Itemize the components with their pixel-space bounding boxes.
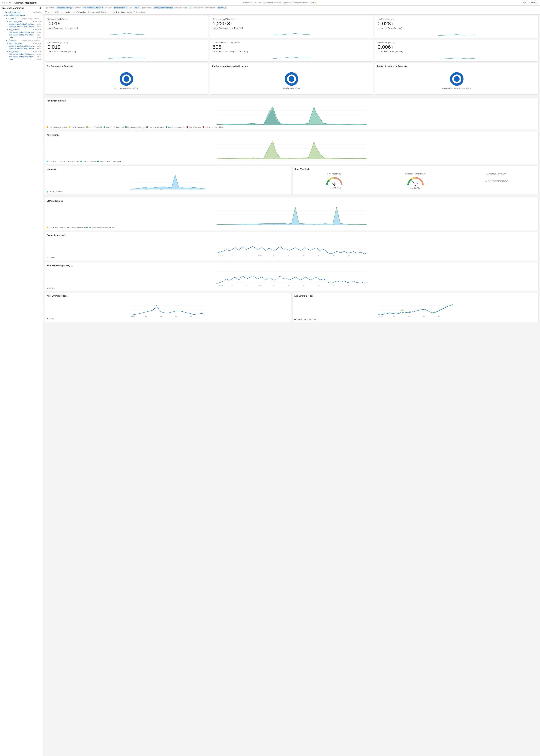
svg-text:01: 01	[273, 124, 275, 125]
sidebar-xhr-2[interactable]: ▼ xhr_requests action_type	[0, 50, 43, 53]
svg-text:00:00: 00:00	[258, 285, 262, 286]
filter-service[interactable]: the-coffee-bar-frontend	[82, 6, 104, 9]
edit-button[interactable]: edit	[522, 1, 528, 4]
lcp-gauge: 0.76	[406, 176, 425, 187]
svg-text:04: 04	[318, 124, 320, 125]
svg-text:03: 03	[303, 285, 305, 286]
cls-value: Not measured	[485, 176, 508, 186]
cls-title: Cumulative Layout Shift	[487, 173, 507, 175]
svg-text:01: 01	[273, 285, 275, 286]
filter-icon[interactable]: ⚙	[39, 7, 42, 9]
xhr-errors-chart-card: XHR Errors [per sec] ⚠ 21 PM 23 01 03 05	[45, 293, 291, 322]
xhr-timings-card: XHR Timings 21 PM 22 23 00:00 01 02	[45, 132, 538, 164]
sidebar-frontend-label: the-coffee-bar-frontend	[6, 14, 42, 16]
ui-timings-title: UI Paint Timings	[47, 200, 536, 202]
sidebar-action-10[interactable]: other action	[0, 58, 43, 61]
sidebar-action-2[interactable]: loading of http://the-coffee-bar-fronten…	[0, 26, 43, 28]
ui-timings-card: UI Paint Timings 21 PM 22 23 00:00	[45, 198, 538, 230]
svg-text:00:00: 00:00	[258, 254, 262, 256]
sidebar-app[interactable]: ▼ the-coffee-bar-app application	[0, 11, 43, 14]
requests-legend-label: Current	[49, 257, 55, 259]
lcp-container: Largest Contentful Paint 0.76 Latest L	[375, 173, 455, 189]
filter-browser[interactable]: mobile safari 15	[113, 6, 129, 9]
sidebar-frontend[interactable]: ▼ the-coffee-bar-frontend	[0, 14, 43, 17]
lcp-title: Largest Contentful Paint	[405, 173, 425, 175]
svg-text:05: 05	[438, 315, 440, 317]
svg-text:04: 04	[318, 158, 320, 160]
log-errors-title-row: Log Errors [per sec]	[294, 295, 536, 298]
sidebar-action-7[interactable]: loading of http://the-coffee-bar-fronten…	[0, 48, 43, 50]
header-actions[interactable]: edit share	[522, 1, 538, 4]
svg-text:03: 03	[303, 254, 305, 256]
sidebar-header: Real User Monitoring ⚙	[0, 6, 43, 11]
fid-label: Latest FID [ms]	[328, 187, 341, 189]
cwv-title: Core Web Vitals	[294, 168, 536, 170]
xhr-requests-title-row: XHR Requests [per sec] ⚠	[47, 264, 536, 268]
svg-text:01: 01	[273, 158, 275, 160]
filter-application[interactable]: the-coffee-bar-app	[56, 6, 74, 9]
expand-icon: ▼	[2, 11, 4, 13]
svg-text:02: 02	[288, 285, 290, 286]
log-errors-chart-title: Log Errors [per sec]	[294, 295, 314, 297]
filter-os[interactable]: ios 15	[133, 6, 141, 9]
svg-point-3	[289, 76, 294, 82]
filter-deployment[interactable]: uc-west-2	[216, 6, 227, 9]
svg-text:05: 05	[333, 224, 335, 226]
browsers-label: ~413 (100.0%) Mobile Safari 15	[115, 87, 138, 89]
sidebar-xhr-1[interactable]: ▼ xhr_requests action_type	[0, 28, 43, 31]
main-content: application: the-coffee-bar-app service:…	[43, 6, 540, 756]
up-arrow-1: ↑	[231, 22, 233, 26]
sidebar-westf-header[interactable]: ▼ uc-west-f deployment_environment	[0, 39, 43, 42]
sidebar-doc-loads-1[interactable]: ▼ document_loads action_type	[0, 20, 43, 23]
filter-geo[interactable]: united states/california	[153, 6, 174, 9]
sidebar-west2-header[interactable]: ▼ uc-west-2 deployment_environment	[0, 17, 43, 20]
svg-text:23: 23	[245, 285, 246, 286]
svg-text:03: 03	[303, 224, 305, 226]
sidebar-action-4[interactable]: click on 'pay' on http://the-coffee-bar-…	[0, 34, 43, 36]
top-os-card: Top Operating Systems by Requests ~413 (…	[210, 63, 373, 94]
svg-text:22: 22	[231, 158, 233, 160]
log-unsmoothed-dot	[305, 319, 306, 320]
svg-text:01: 01	[408, 315, 410, 317]
svg-text:04: 04	[318, 224, 320, 226]
svg-text:05: 05	[333, 124, 335, 125]
sidebar-action-5[interactable]: other action	[0, 36, 43, 39]
svg-point-1	[124, 76, 129, 82]
xhr-req-sparkline	[48, 54, 205, 60]
doc-loads-value: 0.019	[48, 21, 205, 27]
sidebar-action-3[interactable]: click on 'pay' on http://af3ba2f2%2e4a94…	[0, 31, 43, 34]
xhr-errors-label: Latest XHR Errors [per sec]	[378, 51, 536, 53]
metric-xhr-proc: Time To XHR Processing End [ms] 506 ↑ La…	[210, 40, 373, 62]
log-errors-chart: 21 PM 23 01 03 05	[294, 298, 536, 317]
os-donut: ~413 (100.0%) iOS 15	[212, 69, 371, 92]
metric-log-errors: Log Errors [per sec] 0.028 ↑ Latest Log …	[375, 16, 538, 38]
requests-title: Requests [per sec]	[47, 234, 65, 236]
xhr-requests-chart-title: XHR Requests [per sec]	[47, 264, 70, 266]
sidebar-action-6[interactable]: loading of http://2aef0b63627375c0ca2a7c…	[0, 45, 43, 48]
log-errors-title: Log Errors [per sec]	[378, 18, 536, 20]
filter-compare[interactable]: 74	[189, 6, 193, 9]
svg-text:04: 04	[318, 254, 320, 256]
svg-text:22: 22	[231, 224, 233, 226]
sidebar-action-9[interactable]: click on 'pay' on http://the-coffee-bar-…	[0, 56, 43, 58]
fid-container: First Input Delay	[294, 173, 374, 189]
xhr-req-chart: 21 PM 22 23 00:00 01 02 03 04 05 06	[47, 268, 536, 286]
geo-title: Top Geolocations by Requests	[377, 65, 536, 67]
svg-text:02: 02	[288, 158, 290, 160]
sidebar-doc-loads-2[interactable]: ▼ document_loads action_type	[0, 42, 43, 45]
log-errors-legend: Current Unsmoothed	[294, 318, 536, 320]
svg-text:02: 02	[145, 189, 147, 190]
svg-text:00:00: 00:00	[258, 224, 262, 226]
svg-text:23: 23	[245, 224, 246, 226]
sidebar-action-8[interactable]: click on 'pay' on http://2aef0b63f&2137f…	[0, 53, 43, 56]
xhr-errors-sparkline	[378, 54, 536, 60]
xhr-req-legend: Current	[47, 287, 536, 289]
top-charts-row: Top Browsers by Requests ~413 (100.0%) M…	[45, 63, 538, 96]
metric-row-2: XHR Requests [per sec] 0.019 Latest XHR …	[45, 40, 538, 62]
svg-text:06: 06	[348, 158, 349, 160]
sidebar-action-1[interactable]: loading of http://af3ba2f2%2fe4a980a3fc9…	[0, 23, 43, 26]
svg-text:02: 02	[288, 254, 290, 256]
share-button[interactable]: share	[530, 1, 538, 4]
svg-text:05: 05	[190, 315, 192, 317]
fid-gauge: 4	[325, 176, 344, 187]
